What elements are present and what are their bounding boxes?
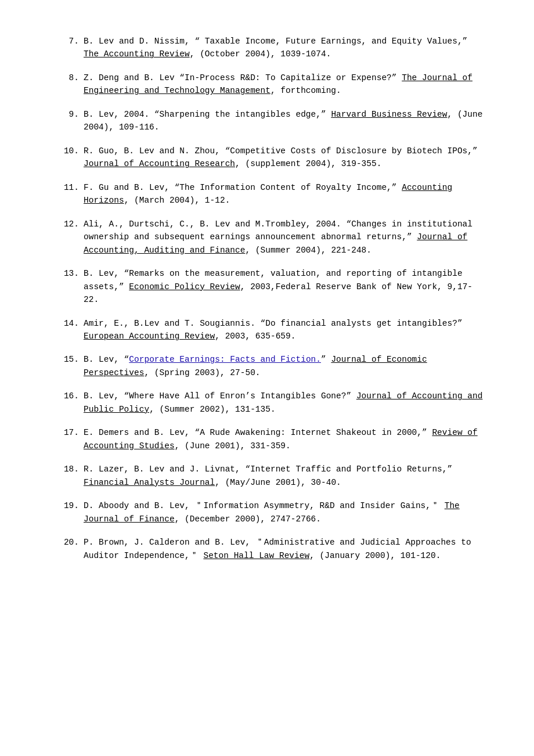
ref-link[interactable]: Corporate Earnings: Facts and Fiction. (129, 355, 321, 364)
ref-text: B. Lev, “ (84, 355, 129, 364)
ref-content: Ali, A., Durtschi, C., B. Lev and M.Trom… (84, 218, 488, 257)
list-item: 18.R. Lazer, B. Lev and J. Livnat, “Inte… (58, 463, 488, 489)
ref-text: R. Guo, B. Lev and N. Zhou, “Competitive… (84, 146, 478, 156)
list-item: 11.F. Gu and B. Lev, “The Information Co… (58, 181, 488, 207)
ref-journal: Economic Policy Review (129, 282, 240, 291)
ref-content: P. Brown, J. Calderon and B. Lev, ＂Admin… (84, 536, 488, 562)
ref-content: Z. Deng and B. Lev “In-Process R&D: To C… (84, 71, 488, 98)
list-item: 15.B. Lev, “Corporate Earnings: Facts an… (58, 353, 488, 379)
ref-content: B. Lev, 2004. “Sharpening the intangible… (84, 108, 488, 134)
list-item: 19.D. Aboody and B. Lev, ＂Information As… (58, 499, 488, 525)
ref-number: 16. (58, 390, 79, 402)
ref-content: R. Lazer, B. Lev and J. Livnat, “Interne… (84, 463, 488, 489)
ref-text: , (supplement 2004), 319-355. (235, 159, 381, 168)
ref-number: 19. (58, 499, 79, 512)
ref-text: B. Lev, “Where Have All of Enron’s Intan… (84, 391, 356, 401)
ref-number: 14. (58, 317, 79, 330)
ref-text: Amir, E., B.Lev and T. Sougiannis. “Do f… (84, 319, 463, 328)
list-item: 8.Z. Deng and B. Lev “In-Process R&D: To… (58, 71, 488, 98)
ref-text: , 2003, 635-659. (215, 332, 295, 341)
list-item: 12.Ali, A., Durtschi, C., B. Lev and M.T… (58, 218, 488, 257)
ref-number: 7. (58, 35, 79, 48)
ref-content: R. Guo, B. Lev and N. Zhou, “Competitive… (84, 145, 488, 171)
ref-content: F. Gu and B. Lev, “The Information Conte… (84, 181, 488, 207)
list-item: 10.R. Guo, B. Lev and N. Zhou, “Competit… (58, 145, 488, 171)
ref-text: B. Lev, 2004. “Sharpening the intangible… (84, 110, 331, 119)
ref-content: D. Aboody and B. Lev, ＂Information Asymm… (84, 499, 488, 525)
ref-text: , forthcoming. (270, 86, 341, 95)
ref-text: E. Demers and B. Lev, “A Rude Awakening:… (84, 428, 432, 437)
list-item: 13.B. Lev, “Remarks on the measurement, … (58, 267, 488, 306)
ref-text: , (Summer 2002), 131-135. (149, 405, 276, 414)
ref-number: 11. (58, 181, 79, 194)
ref-text: F. Gu and B. Lev, “The Information Conte… (84, 183, 402, 192)
ref-content: B. Lev, “Corporate Earnings: Facts and F… (84, 353, 488, 379)
ref-number: 9. (58, 108, 79, 121)
ref-number: 15. (58, 353, 79, 366)
ref-text: R. Lazer, B. Lev and J. Livnat, “Interne… (84, 465, 452, 474)
ref-content: B. Lev, “Where Have All of Enron’s Intan… (84, 390, 488, 416)
ref-number: 20. (58, 536, 79, 549)
ref-text: , (October 2004), 1039-1074. (190, 49, 331, 59)
ref-text: , (January 2000), 101-120. (309, 551, 441, 560)
ref-text: Ali, A., Durtschi, C., B. Lev and M.Trom… (84, 219, 472, 242)
ref-journal: Seton Hall Law Review (203, 551, 309, 560)
ref-text: , (Spring 2003), 27-50. (144, 368, 260, 377)
references-list: 7.B. Lev and D. Nissim, “ Taxable Income… (58, 35, 488, 562)
ref-journal: The Accounting Review (84, 49, 190, 59)
ref-number: 8. (58, 71, 79, 84)
ref-content: B. Lev and D. Nissim, “ Taxable Income, … (84, 35, 488, 61)
list-item: 14.Amir, E., B.Lev and T. Sougiannis. “D… (58, 317, 488, 343)
ref-text: , (June 2001), 331-359. (175, 441, 291, 451)
ref-content: B. Lev, “Remarks on the measurement, val… (84, 267, 488, 306)
ref-text: D. Aboody and B. Lev, ＂Information Asymm… (84, 501, 445, 510)
ref-number: 10. (58, 145, 79, 157)
list-item: 9.B. Lev, 2004. “Sharpening the intangib… (58, 108, 488, 134)
ref-number: 18. (58, 463, 79, 476)
ref-text: , (March 2004), 1-12. (124, 196, 230, 205)
ref-text: B. Lev and D. Nissim, “ Taxable Income, … (84, 37, 467, 46)
list-item: 16.B. Lev, “Where Have All of Enron’s In… (58, 390, 488, 416)
ref-number: 13. (58, 267, 79, 280)
ref-text: , (December 2000), 2747-2766. (175, 514, 321, 524)
list-item: 7.B. Lev and D. Nissim, “ Taxable Income… (58, 35, 488, 61)
list-item: 17.E. Demers and B. Lev, “A Rude Awakeni… (58, 426, 488, 452)
ref-journal: Harvard Business Review (331, 110, 447, 119)
ref-content: E. Demers and B. Lev, “A Rude Awakening:… (84, 426, 488, 452)
list-item: 20.P. Brown, J. Calderon and B. Lev, ＂Ad… (58, 536, 488, 562)
ref-content: Amir, E., B.Lev and T. Sougiannis. “Do f… (84, 317, 488, 343)
ref-number: 17. (58, 426, 79, 439)
ref-journal: Financial Analysts Journal (84, 478, 215, 487)
ref-journal: European Accounting Review (84, 332, 215, 341)
ref-journal: Journal of Accounting Research (84, 159, 235, 168)
ref-number: 12. (58, 218, 79, 231)
ref-text: , (May/June 2001), 30-40. (215, 478, 341, 487)
ref-text: ” (321, 355, 331, 364)
ref-text: , (Summer 2004), 221-248. (245, 246, 371, 255)
ref-text: Z. Deng and B. Lev “In-Process R&D: To C… (84, 73, 402, 82)
